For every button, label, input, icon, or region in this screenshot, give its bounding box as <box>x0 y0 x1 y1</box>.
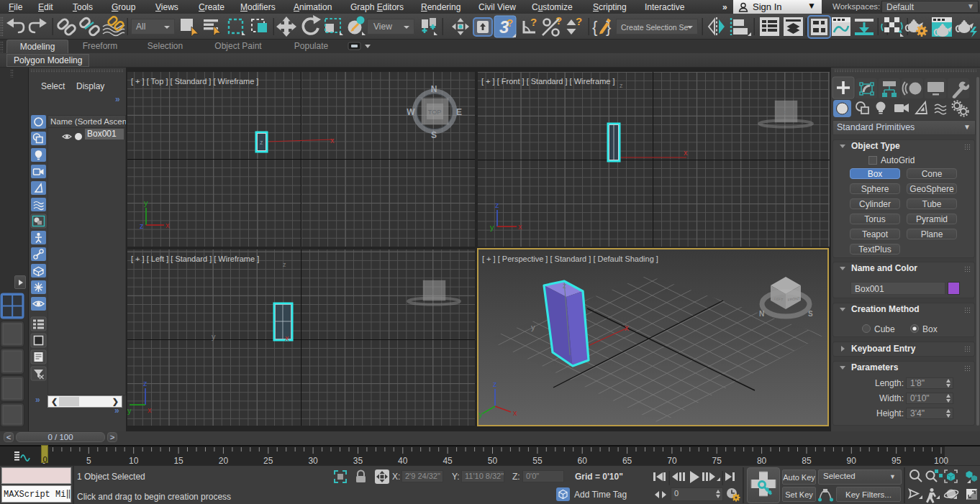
svg-text:y: y <box>490 223 494 232</box>
svg-text:x: x <box>148 406 152 414</box>
svg-text:85: 85 <box>802 456 812 466</box>
svg-text:y: y <box>144 198 148 207</box>
svg-text:50: 50 <box>488 456 498 466</box>
svg-text:5: 5 <box>86 456 91 466</box>
svg-text:100: 100 <box>934 456 948 466</box>
svg-text:z: z <box>140 221 144 230</box>
svg-text:{: { <box>592 18 597 36</box>
svg-text:x: x <box>165 221 170 229</box>
svg-text:FRONT: FRONT <box>776 109 796 116</box>
svg-text:z: z <box>620 82 623 89</box>
svg-text:y: y <box>531 323 535 331</box>
svg-text:75: 75 <box>712 456 722 466</box>
svg-text:?: ? <box>530 16 537 28</box>
svg-text:z: z <box>260 139 263 146</box>
svg-text:80: 80 <box>757 456 767 466</box>
svg-text:10: 10 <box>129 456 139 466</box>
svg-text:[ + ] [ Top ] [ Standard ] [ W: [ + ] [ Top ] [ Standard ] [ Wireframe ] <box>131 77 258 86</box>
svg-text:y: y <box>212 332 216 341</box>
svg-text:N: N <box>759 310 764 318</box>
svg-text:[ + ] [ Perspective ] [ Standa: [ + ] [ Perspective ] [ Standard ] [ Def… <box>482 255 658 263</box>
svg-text:x: x <box>513 408 517 417</box>
svg-text:65: 65 <box>622 456 632 466</box>
svg-text:LEFT: LEFT <box>427 288 441 295</box>
svg-text:45: 45 <box>443 456 453 466</box>
svg-text:?: ? <box>507 17 513 29</box>
svg-text:z: z <box>493 380 497 388</box>
svg-text:x: x <box>285 334 289 342</box>
svg-text:Cube: Cube <box>874 324 895 334</box>
svg-text:55: 55 <box>532 456 543 466</box>
svg-text:x: x <box>330 136 335 145</box>
svg-text:95: 95 <box>891 456 902 466</box>
svg-text:15: 15 <box>173 456 183 466</box>
svg-text:25: 25 <box>263 456 273 466</box>
svg-text:N: N <box>431 84 437 94</box>
svg-text:x: x <box>684 148 688 157</box>
svg-text:30: 30 <box>308 456 318 466</box>
svg-text:x: x <box>518 222 522 231</box>
svg-text:?: ? <box>576 15 582 27</box>
svg-text:z: z <box>143 379 148 388</box>
svg-text:y: y <box>478 410 483 418</box>
svg-text:20: 20 <box>219 456 229 466</box>
svg-text:z: z <box>495 201 499 209</box>
svg-text:S: S <box>431 130 437 140</box>
svg-text:35: 35 <box>353 456 363 466</box>
svg-text:TOP: TOP <box>428 109 441 116</box>
svg-text:S: S <box>808 310 813 318</box>
svg-text:x: x <box>625 323 629 333</box>
svg-text:40: 40 <box>398 456 408 466</box>
svg-text:70: 70 <box>667 456 677 466</box>
svg-text:[ + ] [ Left ] [ Standard ] [: [ + ] [ Left ] [ Standard ] [ Wireframe … <box>131 255 259 263</box>
svg-text:Box: Box <box>922 324 938 334</box>
svg-text:y: y <box>127 406 132 415</box>
svg-text:90: 90 <box>847 456 857 466</box>
svg-text:?: ? <box>555 14 562 27</box>
svg-text:E: E <box>456 107 462 117</box>
svg-text:[ + ] [ Front ] [ Standard ] [: [ + ] [ Front ] [ Standard ] [ Wireframe… <box>481 77 615 86</box>
svg-text:60: 60 <box>578 456 588 466</box>
svg-text:W: W <box>407 107 415 117</box>
svg-text:z: z <box>283 261 286 268</box>
